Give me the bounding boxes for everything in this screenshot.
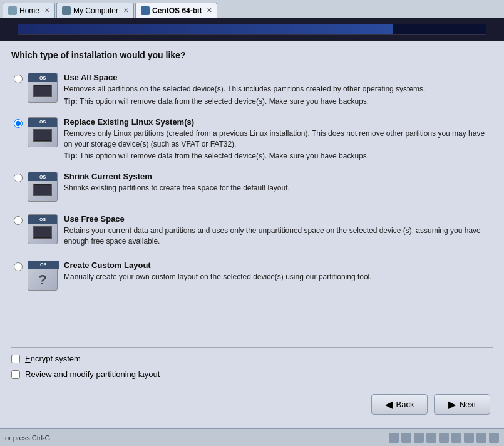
review-partitioning-label: Review and modify partitioning layout: [25, 370, 160, 379]
status-icon-8: [476, 433, 486, 443]
tab-my-computer[interactable]: My Computer ✕: [56, 3, 134, 18]
tab-centos[interactable]: CentOS 64-bit ✕: [135, 3, 217, 18]
divider: [11, 347, 493, 348]
option-title-use-free-space: Use Free Space: [64, 214, 490, 224]
tip-text-0: This option will remove data from the se…: [80, 97, 369, 106]
icon-use-all-space: OS: [28, 73, 59, 104]
checkbox-row-encrypt: Encrypt system: [11, 354, 493, 363]
option-shrink-current: OS Shrink Current System Shrinks existin…: [11, 168, 493, 207]
option-desc-shrink-current: Shrinks existing partitions to create fr…: [64, 183, 490, 194]
status-icon-9: [489, 433, 499, 443]
option-title-use-all-space: Use All Space: [64, 73, 490, 82]
back-label: Back: [396, 400, 414, 409]
next-label: Next: [460, 400, 476, 409]
option-text-shrink-current: Shrink Current System Shrinks existing p…: [64, 172, 490, 196]
status-icon-7: [464, 433, 474, 443]
icon-use-free-space: OS: [28, 214, 59, 246]
option-desc-create-custom-layout: Manually create your own custom layout o…: [64, 272, 490, 283]
option-replace-existing: OS Replace Existing Linux System(s) Remo…: [11, 113, 493, 165]
checkbox-encrypt-system[interactable]: [11, 355, 20, 363]
radio-shrink-current[interactable]: [14, 174, 23, 182]
option-create-custom-layout: OS ? Create Custom Layout Manually creat…: [11, 257, 493, 296]
radio-create-custom-layout[interactable]: [14, 262, 23, 271]
checkboxes: Encrypt system Review and modify partiti…: [11, 354, 493, 379]
page-question: Which type of installation would you lik…: [11, 50, 493, 60]
option-use-free-space: OS Use Free Space Retains your current d…: [11, 210, 493, 253]
status-icons: [389, 433, 499, 443]
tab-centos-close[interactable]: ✕: [207, 7, 212, 14]
tip-text-1: This option will remove data from the se…: [80, 152, 369, 160]
option-text-replace-existing: Replace Existing Linux System(s) Removes…: [64, 117, 490, 161]
status-text: or press Ctrl-G: [5, 434, 50, 442]
home-icon: [8, 6, 17, 15]
tab-home-close[interactable]: ✕: [44, 7, 49, 14]
status-bar: or press Ctrl-G: [0, 428, 504, 446]
back-button[interactable]: ◀ Back: [371, 394, 428, 415]
centos-icon: [141, 6, 150, 15]
tab-bar: Home ✕ My Computer ✕ CentOS 64-bit ✕: [0, 0, 504, 18]
option-tip-replace-existing: Tip: This option will remove data from t…: [64, 152, 490, 160]
option-title-create-custom-layout: Create Custom Layout: [64, 261, 490, 270]
option-desc-use-all-space: Removes all partitions on the selected d…: [64, 84, 490, 95]
option-desc-use-free-space: Retains your current data and partitions…: [64, 226, 490, 247]
encrypt-text: ncrypt system: [31, 354, 81, 363]
main-content: Which type of installation would you lik…: [0, 41, 504, 428]
button-area: ◀ Back ▶ Next: [11, 389, 493, 420]
review-underline: R: [25, 370, 31, 379]
status-icon-6: [451, 433, 461, 443]
icon-create-custom-layout: OS ?: [28, 261, 59, 292]
tip-label-0: Tip:: [64, 97, 78, 106]
tab-my-computer-label: My Computer: [73, 6, 118, 15]
next-icon: ▶: [448, 398, 456, 410]
option-text-use-free-space: Use Free Space Retains your current data…: [64, 214, 490, 249]
checkbox-row-review: Review and modify partitioning layout: [11, 370, 493, 379]
review-text: eview and modify partitioning layout: [31, 370, 160, 379]
option-title-shrink-current: Shrink Current System: [64, 172, 490, 181]
progress-bar-fill: [18, 24, 393, 34]
icon-shrink-current: OS: [28, 172, 59, 203]
option-text-create-custom-layout: Create Custom Layout Manually create you…: [64, 261, 490, 285]
computer-icon: [62, 6, 71, 15]
back-icon: ◀: [385, 398, 393, 410]
radio-use-all-space[interactable]: [14, 75, 23, 83]
radio-use-free-space[interactable]: [14, 216, 23, 225]
options-container: OS Use All Space Removes all partitions …: [11, 69, 493, 296]
status-icon-4: [426, 433, 436, 443]
status-icon-3: [414, 433, 424, 443]
tab-centos-label: CentOS 64-bit: [152, 6, 202, 15]
top-bar: [0, 18, 504, 41]
icon-replace-existing: OS: [28, 117, 59, 148]
tab-my-computer-close[interactable]: ✕: [123, 7, 128, 14]
option-tip-use-all-space: Tip: This option will remove data from t…: [64, 97, 490, 106]
option-desc-replace-existing: Removes only Linux partitions (created f…: [64, 128, 490, 150]
next-button[interactable]: ▶ Next: [434, 394, 490, 415]
tip-label-1: Tip:: [64, 152, 78, 160]
encrypt-system-label: Encrypt system: [25, 354, 81, 363]
status-icon-2: [401, 433, 411, 443]
option-text-use-all-space: Use All Space Removes all partitions on …: [64, 73, 490, 106]
encrypt-underline: E: [25, 354, 31, 363]
question-mark-icon: ?: [38, 272, 46, 288]
checkbox-review-partitioning[interactable]: [11, 370, 20, 379]
status-icon-1: [389, 433, 399, 443]
option-title-replace-existing: Replace Existing Linux System(s): [64, 117, 490, 127]
progress-bar-container: [18, 24, 486, 35]
tab-home[interactable]: Home ✕: [3, 3, 55, 18]
status-icon-5: [439, 433, 449, 443]
radio-replace-existing[interactable]: [14, 119, 23, 128]
tab-home-label: Home: [19, 6, 39, 15]
option-use-all-space: OS Use All Space Removes all partitions …: [11, 69, 493, 110]
